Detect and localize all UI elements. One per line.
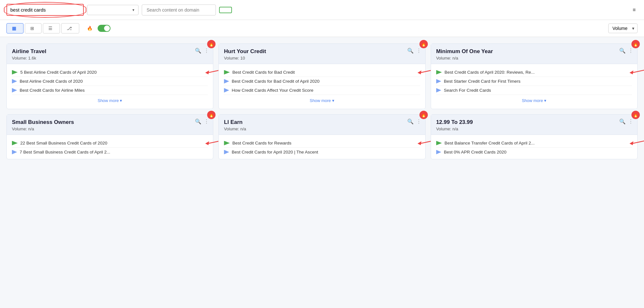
card-item-text: Best Airline Credit Cards of 2020 xyxy=(20,79,83,84)
show-more-button[interactable]: Show more ▾ xyxy=(436,95,632,106)
card-title: Hurt Your Credit xyxy=(224,48,420,55)
card-item[interactable]: 5 Best Airline Credit Cards of April 202… xyxy=(12,68,208,77)
card-item[interactable]: Best Balance Transfer Credit Cards of Ap… xyxy=(436,139,632,148)
flame-icon: 🔥 xyxy=(631,111,640,119)
explorer-tab-icon: ⊞ xyxy=(30,26,34,31)
more-icon[interactable]: ⋮ xyxy=(204,48,209,54)
blue-arrow-icon xyxy=(12,88,17,93)
tab-mindmap[interactable]: ⎇ xyxy=(61,23,79,33)
country-dropdown[interactable]: ▾ xyxy=(87,5,139,15)
favorite-ideas-link[interactable]: ≡ xyxy=(633,7,638,13)
card-airline-travel: 🔥Airline TravelVolume: 1.6k🔍⋮5 Best Airl… xyxy=(6,43,213,109)
card-item-text: 22 Best Small Business Credit Cards of 2… xyxy=(20,141,107,145)
card-item[interactable]: 22 Best Small Business Credit Cards of 2… xyxy=(12,139,208,148)
svg-marker-11 xyxy=(630,141,633,145)
card-body: Best Credit Cards for Bad CreditBest Cre… xyxy=(219,64,425,109)
blue-arrow-icon xyxy=(224,88,229,93)
svg-marker-3 xyxy=(418,70,421,74)
card-volume: Volume: 10 xyxy=(224,56,420,61)
show-more-button[interactable]: Show more ▾ xyxy=(12,95,208,106)
green-arrow-icon xyxy=(12,70,18,75)
card-item[interactable]: Best Credit Cards for Bad Credit of Apri… xyxy=(224,77,420,86)
card-actions: 🔍⋮ xyxy=(619,118,633,125)
blue-arrow-icon xyxy=(436,79,441,84)
volume-select[interactable]: Volume xyxy=(608,23,638,33)
more-icon[interactable]: ⋮ xyxy=(204,118,209,125)
svg-line-4 xyxy=(632,68,644,73)
card-actions: 🔍⋮ xyxy=(195,118,209,125)
search-icon[interactable]: 🔍 xyxy=(407,48,414,54)
card-item-text: 5 Best Airline Credit Cards of April 202… xyxy=(20,70,97,75)
show-more-button[interactable]: Show more ▾ xyxy=(224,95,420,106)
green-arrow-icon xyxy=(224,141,230,145)
search-wrapper xyxy=(6,4,84,16)
search-icon[interactable]: 🔍 xyxy=(619,118,626,125)
get-content-ideas-button[interactable] xyxy=(219,7,232,13)
svg-line-10 xyxy=(632,139,644,144)
svg-marker-5 xyxy=(630,70,633,74)
card-item-text: Best Balance Transfer Credit Cards of Ap… xyxy=(445,141,535,145)
card-item-text: Best Credit Cards for Rewards xyxy=(232,141,291,145)
card-actions: 🔍⋮ xyxy=(407,48,421,54)
more-icon[interactable]: ⋮ xyxy=(628,118,633,125)
card-header-small-business: 🔥Small Business OwnersVolume: n/a🔍⋮ xyxy=(7,115,213,135)
card-item-text: Best 0% APR Credit Cards 2020 xyxy=(444,150,506,154)
fire-icon: 🔥 xyxy=(87,26,92,31)
blue-arrow-icon xyxy=(12,79,17,84)
card-item[interactable]: Best Credit Cards for Bad Credit xyxy=(224,68,420,77)
overview-tab-icon: ☰ xyxy=(48,26,53,31)
card-minimum-one-year: 🔥Minimum Of One YearVolume: n/a🔍⋮Best Cr… xyxy=(431,43,638,109)
card-item-text: Best Credit Cards for Bad Credit of Apri… xyxy=(232,79,319,84)
green-arrow-icon xyxy=(12,141,18,145)
card-volume: Volume: n/a xyxy=(436,56,632,61)
cards-grid: 🔥Airline TravelVolume: 1.6k🔍⋮5 Best Airl… xyxy=(0,37,644,166)
blue-arrow-icon xyxy=(224,79,229,84)
tab-explorer[interactable]: ⊞ xyxy=(25,23,42,33)
card-header-airline-travel: 🔥Airline TravelVolume: 1.6k🔍⋮ xyxy=(7,44,213,64)
card-body: Best Credit Cards for RewardsBest Credit… xyxy=(219,135,425,159)
chevron-down-icon: ▾ xyxy=(132,8,134,12)
card-title: 12.99 To 23.99 xyxy=(436,119,632,126)
search-icon[interactable]: 🔍 xyxy=(619,48,626,54)
card-header-hurt-credit: 🔥Hurt Your CreditVolume: 10🔍⋮ xyxy=(219,44,425,64)
card-item[interactable]: How Credit Cards Affect Your Credit Scor… xyxy=(224,86,420,95)
card-item[interactable]: Best Credit Cards for April 2020 | The A… xyxy=(224,148,420,156)
card-body: Best Credit Cards of April 2020: Reviews… xyxy=(431,64,637,109)
card-item-text: Best Credit Cards for Airline Miles xyxy=(20,88,85,93)
card-item[interactable]: Best Airline Credit Cards of 2020 xyxy=(12,77,208,86)
tab-cards[interactable]: ▦ xyxy=(6,23,24,33)
more-icon[interactable]: ⋮ xyxy=(628,48,633,54)
card-title: Minimum Of One Year xyxy=(436,48,632,55)
card-actions: 🔍⋮ xyxy=(195,48,209,54)
card-hurt-credit: 🔥Hurt Your CreditVolume: 10🔍⋮Best Credit… xyxy=(218,43,425,109)
search-icon[interactable]: 🔍 xyxy=(407,118,414,125)
search-icon[interactable]: 🔍 xyxy=(195,48,201,54)
search-icon[interactable]: 🔍 xyxy=(195,118,201,125)
card-item[interactable]: Best Credit Cards of April 2020: Reviews… xyxy=(436,68,632,77)
more-icon[interactable]: ⋮ xyxy=(416,118,421,125)
card-volume: Volume: n/a xyxy=(12,126,208,131)
card-title: Small Business Owners xyxy=(12,119,208,126)
card-item[interactable]: Best Starter Credit Card for First Timer… xyxy=(436,77,632,86)
flame-icon: 🔥 xyxy=(419,111,428,119)
trending-toggle[interactable] xyxy=(98,25,111,32)
more-icon[interactable]: ⋮ xyxy=(416,48,421,54)
hamburger-icon: ≡ xyxy=(633,7,636,13)
card-item[interactable]: Best Credit Cards for Airline Miles xyxy=(12,86,208,95)
card-item[interactable]: Best 0% APR Credit Cards 2020 xyxy=(436,148,632,156)
tab-overview[interactable]: ☰ xyxy=(43,23,60,33)
domain-search-input[interactable] xyxy=(142,5,216,15)
card-item[interactable]: Search For Credit Cards xyxy=(436,86,632,95)
card-item[interactable]: Best Credit Cards for Rewards xyxy=(224,139,420,148)
card-item-text: Best Credit Cards of April 2020: Reviews… xyxy=(445,70,535,75)
green-arrow-icon xyxy=(436,70,442,75)
volume-wrapper: Volume xyxy=(608,23,638,33)
svg-marker-1 xyxy=(205,70,209,74)
card-item[interactable]: 7 Best Small Business Credit Cards of Ap… xyxy=(12,148,208,156)
card-title: Airline Travel xyxy=(12,48,208,55)
card-item-text: Best Credit Cards for April 2020 | The A… xyxy=(232,150,318,154)
flame-icon: 🔥 xyxy=(207,40,216,48)
search-input[interactable] xyxy=(6,4,84,16)
card-header-12-to-23: 🔥12.99 To 23.99Volume: n/a🔍⋮ xyxy=(431,115,637,135)
blue-arrow-icon xyxy=(436,150,441,154)
